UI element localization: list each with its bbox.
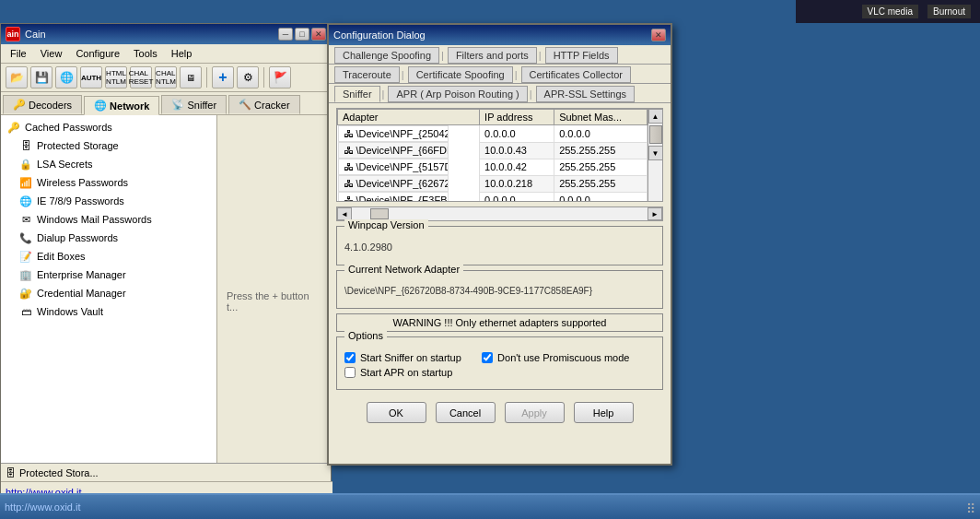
adapter-icon: 🖧	[344, 195, 354, 201]
enterprise-icon: 🏢	[18, 267, 33, 282]
subnet-cell: 0.0.0.0	[554, 125, 648, 143]
mail-icon: ✉	[18, 212, 33, 227]
tree-item-lsa[interactable]: 🔒 LSA Secrets	[4, 155, 214, 173]
right-panel: Press the + button t...	[217, 115, 331, 487]
credential-icon: 🔐	[18, 286, 33, 301]
toolbar-btn-reset[interactable]: CHALRESET	[130, 66, 152, 88]
options-label: Options	[344, 330, 387, 341]
sep3: |	[400, 69, 406, 80]
help-button[interactable]: Help	[574, 402, 634, 423]
scroll-up[interactable]: ▲	[648, 109, 663, 124]
checkbox-sniffer[interactable]	[344, 352, 356, 363]
scroll-thumb[interactable]	[649, 125, 662, 144]
menu-help[interactable]: Help	[167, 46, 197, 61]
toolbar-btn-ntlm2[interactable]: CHALNTLM	[155, 66, 177, 88]
dialog-tabs-row1: Challenge Spoofing | Filters and ports |…	[329, 45, 671, 65]
table-row[interactable]: 🖧 \Device\NPF_{E3FBEC... 0.0.0.0 0.0.0.0	[338, 192, 648, 201]
dialog-close-button[interactable]: ✕	[651, 29, 666, 41]
adapter-cell: 🖧 \Device\NPF_{626720B...	[338, 175, 449, 192]
toolbar-btn-save[interactable]: 💾	[30, 66, 52, 88]
dialog-tabs-row2: Traceroute | Certificate Spoofing | Cert…	[329, 65, 671, 84]
dialog-tab-challenge[interactable]: Challenge Spoofing	[334, 47, 439, 64]
cancel-button[interactable]: Cancel	[436, 402, 496, 423]
tab-network[interactable]: 🌐 Network	[84, 96, 159, 115]
adapter-cell: 🖧 \Device\NPF_{E3FBEC...	[338, 192, 449, 201]
dialog-tab-filters[interactable]: Filters and ports	[448, 47, 537, 64]
tree-item-vault[interactable]: 🗃 Windows Vault	[4, 302, 214, 321]
dialog-tab-sniffer[interactable]: Sniffer	[334, 86, 380, 102]
hscroll-thumb[interactable]	[370, 208, 389, 219]
taskbar-item-vlc[interactable]: VLC media	[862, 5, 918, 18]
content-area: 🔑 Cached Passwords 🗄 Protected Storage 🔒…	[1, 115, 331, 487]
tree-item-credential[interactable]: 🔐 Credential Manager	[4, 284, 214, 302]
toolbar-btn-html[interactable]: HTMLNTLM	[105, 66, 127, 88]
menu-view[interactable]: View	[36, 46, 67, 61]
taskbar-item-burnout[interactable]: Burnout	[928, 5, 971, 18]
tab-cracker[interactable]: 🔨 Cracker	[228, 95, 300, 114]
bottom-panel-label: Protected Stora...	[19, 467, 99, 478]
tree-item-dialup[interactable]: 📞 Dialup Passwords	[4, 229, 214, 247]
ip-cell: 0.0.0.0	[480, 192, 554, 201]
tree-item-enterprise[interactable]: 🏢 Enterprise Manager	[4, 265, 214, 284]
restore-icon: □	[299, 29, 304, 39]
toolbar-btn-cert[interactable]: 🖥	[180, 66, 202, 88]
col-ip: IP address	[480, 110, 554, 125]
adapter-table-scroll[interactable]: Adapter IP address Subnet Mas... 🖧 \Devi…	[337, 109, 648, 201]
table-scrollbar[interactable]: ▲ ▼	[648, 109, 662, 201]
scroll-down[interactable]: ▼	[648, 146, 663, 160]
warning-text: WARNING !!! Only ethernet adapters suppo…	[393, 317, 607, 328]
menubar: File View Configure Tools Help	[1, 44, 331, 64]
toolbar-btn-gear[interactable]: ⚙	[237, 66, 259, 88]
ip-cell: 10.0.0.43	[480, 142, 554, 159]
winpcap-label: Winpcap Version	[344, 219, 428, 230]
tree-item-mail[interactable]: ✉ Windows Mail Passwords	[4, 210, 214, 229]
subnet-cell: 255.255.255	[554, 142, 648, 159]
adapter-icon: 🖧	[344, 145, 354, 156]
ip-cell: 10.0.0.42	[480, 159, 554, 175]
menu-file[interactable]: File	[6, 46, 31, 61]
dialog-tab-certspoofing[interactable]: Certificate Spoofing	[408, 66, 513, 83]
table-row[interactable]: 🖧 \Device\NPF_{25042E8... 0.0.0.0 0.0.0.…	[338, 125, 648, 143]
close-button[interactable]: ✕	[311, 28, 326, 41]
network-adapter-group: Current Network Adapter \Device\NPF_{626…	[336, 270, 663, 309]
tree-item-ie[interactable]: 🌐 IE 7/8/9 Passwords	[4, 192, 214, 210]
network-adapter-value: \Device\NPF_{626720B8-8734-490B-9CE9-117…	[344, 278, 655, 301]
toolbar-btn-network[interactable]: 🌐	[55, 66, 77, 88]
adapter-table: Adapter IP address Subnet Mas... 🖧 \Devi…	[337, 109, 648, 201]
subnet-cell: 255.255.255	[554, 159, 648, 175]
checkbox-apr[interactable]	[344, 367, 356, 378]
apply-button[interactable]: Apply	[505, 402, 565, 423]
config-dialog: Configuration Dialog ✕ Challenge Spoofin…	[327, 23, 672, 466]
table-row[interactable]: 🖧 \Device\NPF_{5157D15... 10.0.0.42 255.…	[338, 159, 648, 175]
tree-item-wireless[interactable]: 📶 Wireless Passwords	[4, 173, 214, 192]
ok-button[interactable]: OK	[367, 402, 426, 423]
tab-decoders[interactable]: 🔑 Decoders	[3, 95, 82, 114]
toolbar-btn-plus[interactable]: +	[212, 66, 234, 88]
dialog-tab-traceroute[interactable]: Traceroute	[334, 66, 400, 83]
dialog-tab-aprssl[interactable]: APR-SSL Settings	[536, 86, 635, 102]
checkbox-promiscuous[interactable]	[482, 352, 493, 363]
taskbar-top: VLC media Burnout	[796, 0, 980, 23]
subnet-cell: 0.0.0.0	[554, 192, 648, 201]
tab-sniffer[interactable]: 📡 Sniffer	[161, 95, 227, 114]
dialog-tab-apr[interactable]: APR ( Arp Poison Routing )	[388, 86, 527, 102]
menu-configure[interactable]: Configure	[71, 46, 124, 61]
menu-tools[interactable]: Tools	[129, 46, 162, 61]
tree-item-editboxes[interactable]: 📝 Edit Boxes	[4, 247, 214, 265]
table-row[interactable]: 🖧 \Device\NPF_{66FDEF... 10.0.0.43 255.2…	[338, 142, 648, 159]
bottom-panel: 🗄 Protected Stora...	[1, 463, 331, 481]
restore-button[interactable]: □	[295, 28, 309, 41]
hscroll-left[interactable]: ◄	[337, 207, 352, 220]
table-row[interactable]: 🖧 \Device\NPF_{626720B... 10.0.0.218 255…	[338, 175, 648, 192]
cracker-icon: 🔨	[239, 99, 251, 111]
cached-icon: 🔑	[6, 120, 21, 135]
toolbar-btn-open[interactable]: 📂	[6, 66, 28, 88]
toolbar-btn-auth[interactable]: AUTH	[80, 66, 102, 88]
tree-item-cached[interactable]: 🔑 Cached Passwords	[4, 118, 214, 136]
toolbar-btn-flag[interactable]: 🚩	[269, 66, 291, 88]
dialog-tab-certscollector[interactable]: Certificates Collector	[521, 66, 631, 83]
hscroll-right[interactable]: ►	[648, 207, 662, 220]
tree-item-protected[interactable]: 🗄 Protected Storage	[4, 136, 214, 155]
minimize-button[interactable]: ─	[278, 28, 293, 41]
dialog-tab-http[interactable]: HTTP Fields	[545, 47, 618, 64]
